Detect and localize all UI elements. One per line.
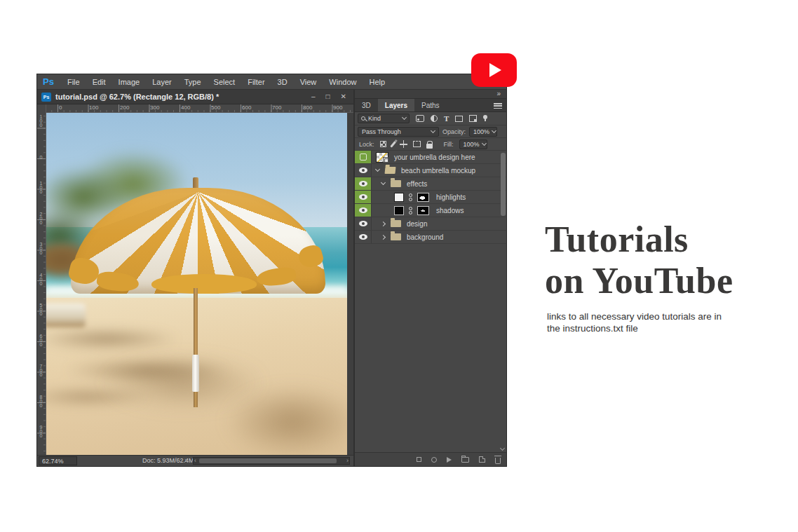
- lock-artboard-icon[interactable]: [413, 141, 421, 147]
- layer-name[interactable]: design: [407, 220, 427, 228]
- smart-object-badge-icon: [383, 157, 388, 163]
- vertical-scrollbar-thumb[interactable]: [501, 153, 506, 216]
- horizontal-scrollbar[interactable]: ‹ ›: [193, 457, 350, 465]
- scroll-left-icon[interactable]: ‹: [194, 457, 196, 464]
- lock-label: Lock:: [359, 141, 374, 148]
- promo-headline-line1: Tutorials: [545, 219, 776, 260]
- visibility-toggle[interactable]: [355, 151, 372, 163]
- lock-row: Lock: Fill: 100%: [355, 138, 506, 151]
- filter-adjustment-layers-icon[interactable]: [431, 115, 438, 122]
- mask-link-icon[interactable]: [409, 207, 412, 214]
- ruler-tick-label: 100: [39, 114, 43, 127]
- blend-mode-dropdown[interactable]: Pass Through: [358, 127, 439, 137]
- tab-3d[interactable]: 3D: [355, 99, 378, 111]
- filter-toggle-pin-icon[interactable]: [483, 118, 487, 119]
- new-group-folder-icon[interactable]: [461, 457, 469, 463]
- layer-name[interactable]: shadows: [436, 207, 464, 214]
- layer-name[interactable]: your umbrella design here: [394, 154, 475, 161]
- layer-row-effects[interactable]: effects: [355, 177, 506, 191]
- layer-filter-row: Kind T: [355, 112, 506, 125]
- minimize-icon[interactable]: –: [311, 93, 316, 100]
- close-icon[interactable]: ✕: [341, 93, 346, 100]
- zoom-level-field[interactable]: 62.74%: [39, 456, 77, 465]
- collapse-group-icon[interactable]: [375, 167, 380, 172]
- filter-type-layers-icon[interactable]: T: [444, 115, 449, 122]
- fill-dropdown[interactable]: 100%: [459, 139, 487, 149]
- layer-mask-thumbnail[interactable]: [417, 193, 429, 202]
- visibility-toggle[interactable]: [355, 164, 372, 177]
- layer-name[interactable]: beach umbrella mockup: [401, 167, 475, 175]
- status-flyout-icon[interactable]: ›: [184, 456, 187, 464]
- expand-group-icon[interactable]: [381, 234, 386, 239]
- layer-row-background[interactable]: background: [355, 231, 506, 244]
- visibility-toggle[interactable]: [355, 231, 372, 243]
- layer-thumbnail[interactable]: [394, 193, 404, 202]
- visibility-toggle[interactable]: [355, 191, 372, 203]
- visibility-toggle[interactable]: [355, 177, 372, 190]
- lock-position-move-icon[interactable]: [400, 140, 407, 148]
- ruler-tick-label: 0: [39, 155, 43, 159]
- ruler-tick-label: 100: [39, 181, 43, 193]
- visibility-toggle[interactable]: [355, 204, 372, 217]
- layer-row-shadows[interactable]: shadows: [355, 204, 506, 217]
- layer-row-beach-umbrella-mockup[interactable]: beach umbrella mockup: [355, 164, 506, 177]
- menu-layer[interactable]: Layer: [146, 78, 178, 86]
- menu-help[interactable]: Help: [363, 78, 391, 86]
- scrollbar-thumb[interactable]: [199, 458, 337, 463]
- canvas-area[interactable]: [46, 113, 353, 455]
- ruler-tick-label: 500: [39, 303, 43, 315]
- document-titlebar: Ps tutorial.psd @ 62.7% (Rectangle 12, R…: [37, 90, 353, 104]
- menu-file[interactable]: File: [61, 78, 86, 86]
- menu-image[interactable]: Image: [112, 78, 147, 86]
- filter-shape-layers-icon[interactable]: [455, 116, 463, 122]
- layer-style-fx-icon[interactable]: [447, 457, 452, 463]
- opacity-dropdown[interactable]: 100%: [469, 127, 497, 137]
- kind-label: Kind: [368, 115, 400, 122]
- layer-mask-thumbnail[interactable]: [417, 206, 429, 215]
- lock-transparency-icon[interactable]: [380, 141, 386, 147]
- layer-row-umbrella-design[interactable]: your umbrella design here: [355, 151, 506, 164]
- ruler-tick-label: 200: [120, 104, 129, 111]
- menu-type[interactable]: Type: [178, 78, 208, 86]
- new-layer-icon[interactable]: [479, 456, 485, 463]
- mask-link-icon[interactable]: [409, 193, 412, 201]
- umbrella-pole-sleeve: [192, 355, 199, 392]
- delete-layer-trash-icon[interactable]: [495, 456, 501, 464]
- youtube-logo[interactable]: [471, 53, 517, 87]
- filter-pixel-layers-icon[interactable]: [416, 115, 424, 122]
- layer-thumbnail[interactable]: [394, 206, 404, 215]
- document-window: Ps tutorial.psd @ 62.7% (Rectangle 12, R…: [37, 90, 355, 466]
- menu-filter[interactable]: Filter: [241, 78, 271, 86]
- menu-select[interactable]: Select: [208, 78, 242, 86]
- layer-thumbnail[interactable]: [376, 152, 388, 163]
- ruler-corner: [37, 104, 46, 113]
- layer-row-design[interactable]: design: [355, 217, 506, 231]
- link-layers-icon[interactable]: [417, 457, 421, 462]
- layer-name[interactable]: highlights: [436, 193, 466, 201]
- tab-layers[interactable]: Layers: [378, 99, 414, 111]
- panel-menu-icon[interactable]: [494, 103, 502, 109]
- menu-3d[interactable]: 3D: [271, 78, 294, 86]
- layer-row-highlights[interactable]: highlights: [355, 191, 506, 204]
- lock-all-padlock-icon[interactable]: [426, 140, 433, 149]
- layer-name[interactable]: effects: [407, 180, 427, 188]
- filter-smart-objects-icon[interactable]: [469, 115, 477, 122]
- collapse-group-icon[interactable]: [381, 180, 386, 185]
- menu-view[interactable]: View: [294, 78, 323, 86]
- page-background: Ps File Edit Image Layer Type Select Fil…: [0, 0, 798, 532]
- lock-pixels-brush-icon[interactable]: [392, 141, 394, 148]
- layer-name[interactable]: background: [407, 233, 443, 241]
- scroll-down-icon[interactable]: [500, 446, 505, 451]
- ruler-tick-label: 100: [89, 104, 98, 111]
- maximize-icon[interactable]: □: [326, 93, 330, 100]
- collapse-panel-icon[interactable]: »: [496, 90, 501, 98]
- scroll-right-icon[interactable]: ›: [346, 457, 349, 464]
- expand-group-icon[interactable]: [381, 221, 386, 226]
- kind-filter-dropdown[interactable]: Kind: [358, 114, 410, 123]
- tab-paths[interactable]: Paths: [414, 99, 447, 111]
- menu-edit[interactable]: Edit: [86, 78, 112, 86]
- menu-window[interactable]: Window: [323, 78, 363, 86]
- adjustment-layer-icon[interactable]: [431, 457, 437, 463]
- visibility-toggle[interactable]: [355, 217, 372, 230]
- beach-umbrella-photo[interactable]: [46, 113, 347, 455]
